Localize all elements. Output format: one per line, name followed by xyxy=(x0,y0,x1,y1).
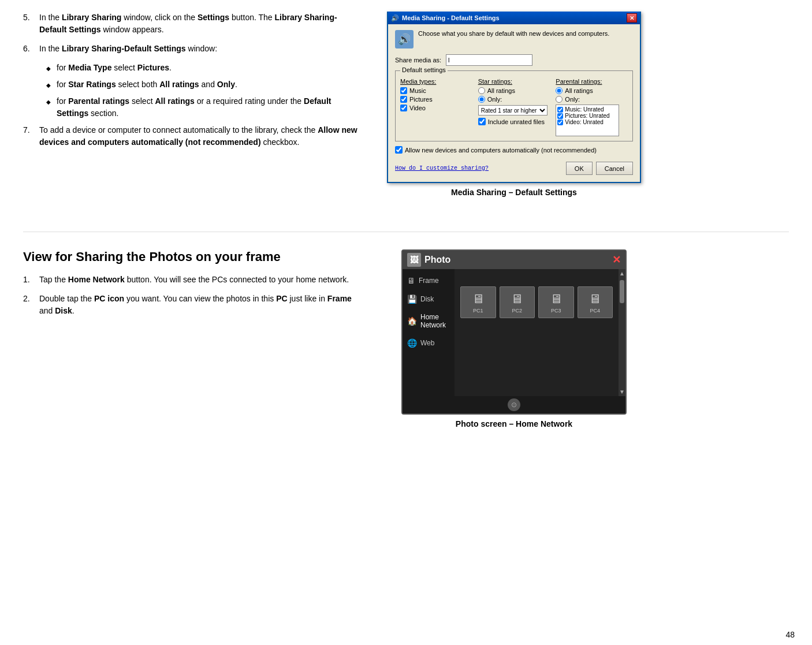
pc2-label: PC2 xyxy=(512,308,522,314)
bottom-section: View for Sharing the Photos on your fram… xyxy=(23,249,789,428)
star-ratings-col: Star ratings: All ratings Only: xyxy=(478,78,550,136)
media-types-col: Media types: Music Pictures xyxy=(400,78,472,136)
pc4-thumbnail[interactable]: 🖥 PC4 xyxy=(578,286,613,318)
photo-caption: Photo screen – Home Network xyxy=(456,419,572,428)
parental-pictures-checkbox[interactable] xyxy=(557,113,563,119)
pc1-thumbnail[interactable]: 🖥 PC1 xyxy=(460,286,496,318)
photo-screen-titlebar: 🖼 Photo ✕ xyxy=(403,251,625,269)
parental-music-unrated: Music: Unrated xyxy=(557,106,617,113)
share-media-row: Share media as: xyxy=(395,54,633,66)
star-all-label: All ratings xyxy=(487,87,515,94)
bullet-2: ◆ for Star Ratings select both All ratin… xyxy=(46,79,358,91)
pictures-checkbox-row: Pictures xyxy=(400,96,472,103)
web-icon: 🌐 xyxy=(407,338,417,348)
media-types-label: Media types: xyxy=(400,78,472,85)
photo-screen-bottom: ⊙ xyxy=(403,396,625,413)
sidebar-item-frame[interactable]: 🖥 Frame xyxy=(403,271,455,290)
bottom-step-2-text: Double tap the PC icon you want. You can… xyxy=(39,293,358,317)
bullet-list: ◆ for Media Type select Pictures. ◆ for … xyxy=(46,62,358,120)
parental-video-label: Video: Unrated xyxy=(565,119,604,125)
parental-music-label: Music: Unrated xyxy=(565,106,604,113)
sidebar-item-web[interactable]: 🌐 Web xyxy=(403,334,455,352)
left-content: 5. In the Library Sharing window, click … xyxy=(23,12,358,197)
bullet-3-diamond: ◆ xyxy=(46,98,52,120)
settings-columns: Media types: Music Pictures xyxy=(400,78,628,136)
bullet-3-text: for Parental ratings select All ratings … xyxy=(57,95,358,120)
star-only-radio[interactable] xyxy=(478,96,485,103)
dialog-intro-text: Choose what you share by default with ne… xyxy=(418,30,609,37)
allow-devices-checkbox[interactable] xyxy=(395,146,403,154)
bottom-step-2: 2. Double tap the PC icon you want. You … xyxy=(23,293,358,317)
dialog-title-text: Media Sharing - Default Settings xyxy=(402,14,500,21)
pc4-label: PC4 xyxy=(590,308,600,314)
pc4-icon: 🖥 xyxy=(588,292,601,307)
photo-sidebar: 🖥 Frame 💾 Disk 🏠 Home Network 🌐 xyxy=(403,269,455,396)
parental-only-radio-row: Only: xyxy=(556,96,628,103)
page-container: 5. In the Library Sharing window, click … xyxy=(0,0,812,440)
parental-ratings-label: Parental ratings: xyxy=(556,78,628,85)
star-ratings-label: Star ratings: xyxy=(478,78,550,85)
bottom-nav-icon[interactable]: ⊙ xyxy=(508,398,520,411)
bottom-step-1-num: 1. xyxy=(23,274,35,286)
pictures-label: Pictures xyxy=(409,96,433,103)
video-checkbox-row: Video xyxy=(400,105,472,111)
dialog-close-button[interactable]: ✕ xyxy=(627,13,637,23)
customize-sharing-link[interactable]: How do I customize sharing? xyxy=(395,165,489,171)
disk-icon: 💾 xyxy=(407,294,417,304)
star-only-label: Only: xyxy=(487,96,502,103)
parental-all-radio[interactable] xyxy=(556,87,563,94)
video-checkbox[interactable] xyxy=(400,105,407,111)
step-7-text: To add a device or computer to connect a… xyxy=(39,124,358,148)
bullet-3: ◆ for Parental ratings select All rating… xyxy=(46,95,358,120)
photo-screen: 🖼 Photo ✕ 🖥 Frame 💾 xyxy=(401,249,627,415)
include-unrated-checkbox[interactable] xyxy=(478,118,486,125)
parental-video-checkbox[interactable] xyxy=(557,120,563,125)
bottom-left-content: View for Sharing the Photos on your fram… xyxy=(23,249,358,428)
sidebar-item-disk[interactable]: 💾 Disk xyxy=(403,290,455,308)
music-checkbox[interactable] xyxy=(400,87,407,94)
ok-button[interactable]: OK xyxy=(566,162,593,175)
bullet-1-text: for Media Type select Pictures. xyxy=(57,62,172,74)
share-media-input[interactable] xyxy=(446,54,532,66)
photo-title-text: Photo xyxy=(424,255,450,265)
scroll-thumb[interactable] xyxy=(620,280,624,303)
bottom-step-1: 1. Tap the Home Network button. You will… xyxy=(23,274,358,286)
cancel-button[interactable]: Cancel xyxy=(596,162,633,175)
star-only-radio-row: Only: xyxy=(478,96,550,103)
scroll-down-arrow[interactable]: ▼ xyxy=(619,387,625,396)
scroll-up-arrow[interactable]: ▲ xyxy=(619,269,625,278)
photo-title-icon: 🖼 xyxy=(407,253,421,267)
step-6: 6. In the Library Sharing-Default Settin… xyxy=(23,43,358,55)
bullet-1: ◆ for Media Type select Pictures. xyxy=(46,62,358,74)
music-label: Music xyxy=(409,87,426,94)
star-dropdown[interactable]: Rated 1 star or higher Rated 2 stars or … xyxy=(478,105,547,115)
pc2-thumbnail[interactable]: 🖥 PC2 xyxy=(500,286,535,318)
pc2-icon: 🖥 xyxy=(511,292,523,307)
photo-main: 🖥 PC1 🖥 PC2 🖥 PC3 🖥 xyxy=(455,269,619,396)
sidebar-item-home-network[interactable]: 🏠 Home Network xyxy=(403,308,455,334)
right-content: 🔊 Media Sharing - Default Settings ✕ 🔊 C… xyxy=(381,12,647,197)
photo-close-button[interactable]: ✕ xyxy=(612,253,621,266)
include-unrated-label: Include unrated files xyxy=(488,118,545,125)
pc1-icon: 🖥 xyxy=(472,292,485,307)
video-label: Video xyxy=(409,105,426,111)
bullet-1-diamond: ◆ xyxy=(46,64,52,74)
parental-only-radio[interactable] xyxy=(556,96,563,103)
dialog-footer: How do I customize sharing? OK Cancel xyxy=(395,159,633,176)
parental-music-checkbox[interactable] xyxy=(557,107,563,113)
parental-video-unrated: Video: Unrated xyxy=(557,119,617,125)
allow-devices-row: Allow new devices and computers automati… xyxy=(395,146,633,154)
scrollbar[interactable]: ▲ ▼ xyxy=(619,269,625,396)
photo-screen-body: 🖥 Frame 💾 Disk 🏠 Home Network 🌐 xyxy=(403,269,625,396)
pc3-thumbnail[interactable]: 🖥 PC3 xyxy=(538,286,574,318)
step-6-bold1: Library Sharing-Default Settings xyxy=(62,44,186,53)
pc3-icon: 🖥 xyxy=(550,292,563,307)
pictures-checkbox[interactable] xyxy=(400,96,407,103)
dialog-window: 🔊 Media Sharing - Default Settings ✕ 🔊 C… xyxy=(387,12,641,183)
step-5-text: In the Library Sharing window, click on … xyxy=(39,12,358,36)
disk-label: Disk xyxy=(420,295,434,303)
star-all-radio[interactable] xyxy=(478,87,485,94)
home-network-icon: 🏠 xyxy=(407,316,417,326)
star-dropdown-row: Rated 1 star or higher Rated 2 stars or … xyxy=(478,105,550,115)
bullet-2-text: for Star Ratings select both All ratings… xyxy=(57,79,237,91)
